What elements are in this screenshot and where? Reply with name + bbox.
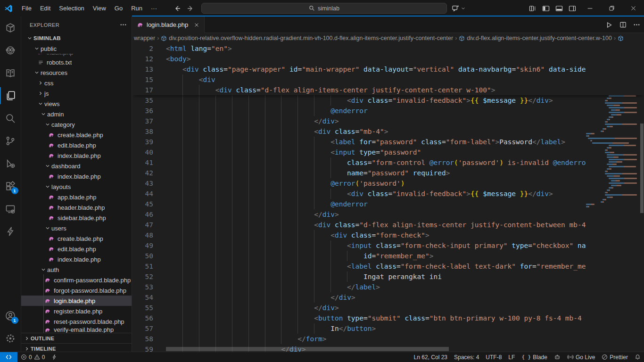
tree-item-public[interactable]: public [21,43,132,54]
cursor-position[interactable]: Ln 62, Col 23 [411,352,451,362]
tree-item-verify-email-blade-php[interactable]: verify-email.blade.php [21,327,132,333]
editor-more-actions-icon[interactable] [633,21,640,28]
remote-indicator[interactable] [0,352,17,362]
code-line[interactable]: 45 @enderror [132,199,644,209]
code-line[interactable]: 51 <label class="form-check-label text-d… [132,261,644,272]
menu-selection[interactable]: Selection [55,3,88,13]
editor-code-area[interactable]: 2<html lang="en">12<body>13 <div class="… [132,43,644,352]
code-line[interactable]: 41 class="form-control @error('password'… [132,157,644,168]
tree-item-index-php[interactable]: index.php [21,54,132,57]
toggle-secondary-sidebar-icon[interactable] [566,0,579,16]
activity-search[interactable] [0,107,21,130]
tree-item-index-blade-php[interactable]: index.blade.php [21,254,132,264]
notifications[interactable] [631,352,644,362]
tree-item-js[interactable]: js [21,88,132,99]
vertical-scrollbar-thumb[interactable] [640,123,644,213]
activity-thunder-client[interactable] [0,220,21,243]
tree-item-users[interactable]: users [21,223,132,233]
toggle-primary-sidebar-icon[interactable] [539,0,553,16]
forward-arrow-icon[interactable] [187,5,194,12]
restore-button[interactable] [601,0,622,16]
close-window-button[interactable] [622,0,644,16]
eol[interactable]: LF [505,352,518,362]
code-line[interactable]: 36 @enderror [132,106,644,116]
explorer-more-actions-icon[interactable] [120,21,127,28]
encoding[interactable]: UTF-8 [482,352,505,362]
robot[interactable] [551,352,564,362]
command-center-search[interactable]: siminlab [201,3,447,14]
back-arrow-icon[interactable] [173,5,181,12]
activity-explorer[interactable] [0,84,21,107]
code-line[interactable]: 56 <button type="submit" class="btn btn-… [132,313,644,323]
tree-item-robots-txt[interactable]: robots.txt [21,57,132,67]
code-line[interactable]: 12<body> [132,54,644,64]
tree-item-category[interactable]: category [21,119,132,130]
activity-remote-window[interactable] [0,197,21,220]
menu-go[interactable]: Go [110,3,127,13]
code-line[interactable]: 52 Ingat perangkat ini [132,272,644,282]
activity-run-debug[interactable] [0,152,21,175]
language-mode[interactable]: { }Blade [518,352,551,362]
tree-item-views[interactable]: views [21,99,132,109]
breadcrumb-item[interactable]: div.position-relative.overflow-hidden.ra… [161,35,453,41]
minimize-button[interactable] [579,0,601,16]
code-line[interactable]: 2<html lang="en"> [132,43,644,54]
code-line[interactable]: 53 </label> [132,282,644,292]
code-line[interactable]: 54 </div> [132,292,644,303]
customize-layout-icon[interactable] [526,0,539,16]
code-line[interactable]: 17 <div class="d-flex align-items-center… [132,85,644,95]
tree-item-reset-password-blade-php[interactable]: reset-password.blade.php [21,316,132,327]
tree-item-forgot-password-blade-php[interactable]: forgot-password.blade.php [21,285,132,296]
code-line[interactable]: 42 name="password" required> [132,168,644,178]
code-line[interactable]: 58 </form> [132,334,644,344]
tree-item-css[interactable]: css [21,78,132,88]
activity-settings[interactable] [0,327,21,350]
tree-item-header-blade-php[interactable]: header.blade.php [21,202,132,213]
activity-accounts[interactable]: 1 [0,304,21,327]
code-line[interactable]: 37 </div> [132,116,644,126]
panel-outline[interactable]: OUTLINE [21,333,132,343]
menu-view[interactable]: View [89,3,110,13]
toggle-panel-icon[interactable] [553,0,566,16]
code-line[interactable]: 13 <div class="page-wrapper" id="main-wr… [132,64,644,74]
menu-more[interactable]: ··· [147,3,161,13]
panel-timeline[interactable]: TIMELINE [21,343,132,352]
copilot-button[interactable] [452,0,465,16]
thunder-status[interactable] [48,352,60,362]
code-line[interactable]: 49 <input class="form-check-input primar… [132,240,644,251]
code-line[interactable]: 57 In</button> [132,323,644,334]
code-line[interactable]: 38 <div class="mb-4"> [132,126,644,137]
tree-item-index-blade-php[interactable]: index.blade.php [21,150,132,161]
activity-monkey-face[interactable] [0,39,21,62]
menu-edit[interactable]: Edit [36,3,55,13]
tree-item-login-blade-php[interactable]: login.blade.php [21,296,132,306]
tree-item-dashboard[interactable]: dashboard [21,161,132,171]
tree-item-edit-blade-php[interactable]: edit.blade.php [21,244,132,254]
tree-item-sidebar-blade-php[interactable]: sidebar.blade.php [21,213,132,223]
split-editor-icon[interactable] [619,21,627,28]
tree-item-index-blade-php[interactable]: index.blade.php [21,171,132,181]
menu-run[interactable]: Run [127,3,147,13]
tab-close-icon[interactable] [194,22,199,28]
activity-package-box[interactable] [0,16,21,39]
indentation[interactable]: Spaces: 4 [451,352,482,362]
tree-item-app-blade-php[interactable]: app.blade.php [21,192,132,202]
code-line[interactable]: 43 @error('password') [132,178,644,189]
run-file-icon[interactable] [605,21,613,29]
activity-source-control[interactable] [0,130,21,152]
tree-item-register-blade-php[interactable]: register.blade.php [21,306,132,316]
code-line[interactable]: 40 <input type="password" [132,147,644,157]
code-line[interactable]: 35 <div class="invalid-feedback">{{ $mes… [132,95,644,106]
tree-item-admin[interactable]: admin [21,109,132,119]
code-line[interactable]: 55 </div> [132,303,644,313]
go-live[interactable]: Go Live [564,352,598,362]
code-line[interactable]: 15 <div [132,74,644,85]
tree-item-create-blade-php[interactable]: create.blade.php [21,233,132,244]
tree-item-auth[interactable]: auth [21,264,132,275]
code-line[interactable]: 46 </div> [132,209,644,220]
prettier[interactable]: Prettier [598,352,631,362]
tree-item-create-blade-php[interactable]: create.blade.php [21,130,132,140]
code-line[interactable]: 39 <label for="password" class="form-lab… [132,137,644,147]
code-line[interactable]: 48 <div class="form-check"> [132,230,644,240]
activity-book[interactable] [0,62,21,84]
